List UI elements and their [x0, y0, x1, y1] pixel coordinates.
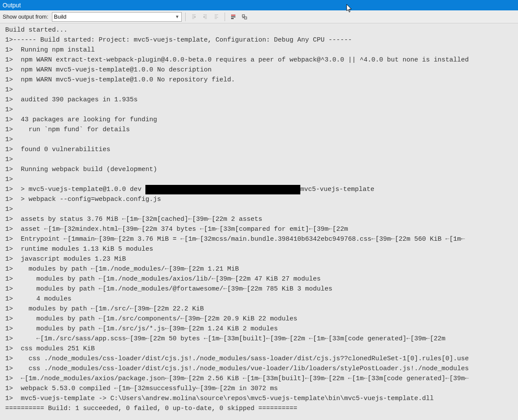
word-wrap-button[interactable] — [228, 12, 238, 22]
output-line: 1> asset ←[1m←[32mindex.html←[39m←[22m 3… — [5, 224, 518, 234]
chevron-down-icon: ▼ — [175, 14, 180, 19]
output-line: 1> — [5, 155, 518, 165]
panel-title: Output — [3, 2, 21, 9]
output-line: 1> > mvc5-vuejs-template@1.0.0 dev mvc5-… — [5, 184, 518, 194]
output-line: 1> webpack 5.53.0 compiled ←[1m←[32msucc… — [5, 384, 518, 394]
output-line: 1> npm WARN mvc5-vuejs-template@1.0.0 No… — [5, 75, 518, 85]
output-line: 1> modules by path ←[1m./src/js/*.js←[39… — [5, 324, 518, 334]
indent-left-button[interactable] — [189, 12, 199, 22]
show-output-from-label: Show output from: — [3, 13, 48, 20]
output-line: 1> modules by path ←[1m./src/←[39m←[22m … — [5, 304, 518, 314]
output-line: 1> mvc5-vuejs-template -> C:\Users\andre… — [5, 394, 518, 404]
output-line: 1> Entrypoint ←[1mmain←[39m←[22m 3.76 Mi… — [5, 234, 518, 244]
output-line: 1> Running npm install — [5, 45, 518, 55]
output-line: 1> runtime modules 1.13 KiB 5 modules — [5, 244, 518, 254]
toolbar-separator — [225, 13, 225, 21]
output-source-select[interactable]: Build ▼ — [52, 12, 182, 22]
output-line: 1> — [5, 85, 518, 95]
output-line: 1> — [5, 174, 518, 184]
output-line: 1> npm WARN extract-text-webpack-plugin@… — [5, 55, 518, 65]
output-line: 1> ←[1m./src/sass/app.scss←[39m←[22m 50 … — [5, 334, 518, 344]
output-line: 1> modules by path ←[1m./src/components/… — [5, 314, 518, 324]
outdent-button[interactable] — [200, 12, 210, 22]
output-line: 1> modules by path ←[1m./node_modules/←[… — [5, 264, 518, 274]
output-line: 1> 43 packages are looking for funding — [5, 115, 518, 125]
toolbar-separator — [185, 13, 186, 21]
redacted-block — [145, 185, 300, 194]
output-line: 1> css ./node_modules/css-loader/dist/cj… — [5, 354, 518, 364]
output-text-area[interactable]: Build started...1>------ Build started: … — [0, 23, 518, 420]
svg-rect-3 — [242, 15, 245, 17]
output-line: 1> — [5, 135, 518, 145]
output-panel-titlebar: Output — [0, 0, 518, 10]
output-line: 1> Running webpack build (development) — [5, 165, 518, 174]
svg-rect-4 — [245, 17, 247, 19]
output-line: 1> — [5, 105, 518, 115]
output-line: 1> — [5, 204, 518, 214]
output-line: ========== Build: 1 succeeded, 0 failed,… — [5, 404, 518, 414]
output-toolbar: Show output from: Build ▼ — [0, 10, 518, 23]
output-line: 1>------ Build started: Project: mvc5-vu… — [5, 35, 518, 45]
output-line: 1> modules by path ←[1m./node_modules/ax… — [5, 274, 518, 284]
output-line: 1> ←[1m./node_modules/axios/package.json… — [5, 374, 518, 384]
output-line: 1> > webpack --config=webpack.config.js — [5, 194, 518, 204]
output-line: Build started... — [5, 25, 518, 35]
indent-right-button[interactable] — [212, 12, 221, 22]
output-line: 1> run `npm fund` for details — [5, 125, 518, 135]
output-line: 1> 4 modules — [5, 294, 518, 304]
clear-all-button[interactable] — [240, 12, 249, 22]
output-line: 1> modules by path ←[1m./node_modules/@f… — [5, 284, 518, 294]
output-source-selected: Build — [54, 13, 67, 20]
output-line: 1> npm WARN mvc5-vuejs-template@1.0.0 No… — [5, 65, 518, 75]
output-line: 1> javascript modules 1.23 MiB — [5, 254, 518, 264]
output-line: 1> audited 390 packages in 1.935s — [5, 95, 518, 105]
output-line: 1> css ./node_modules/css-loader/dist/cj… — [5, 364, 518, 374]
output-line: 1> found 0 vulnerabilities — [5, 145, 518, 155]
output-line: 1> css modules 251 KiB — [5, 344, 518, 354]
output-line: 1> assets by status 3.76 MiB ←[1m←[32m[c… — [5, 214, 518, 224]
